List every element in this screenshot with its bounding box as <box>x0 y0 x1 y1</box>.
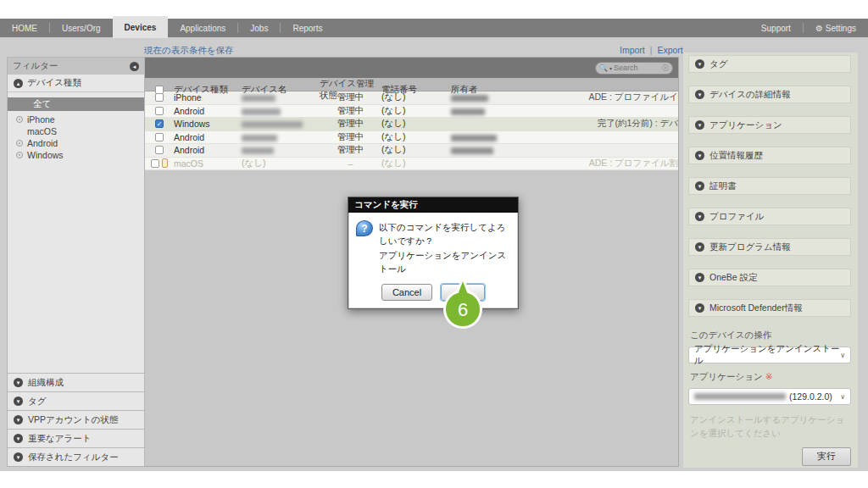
row-checkbox[interactable] <box>151 159 159 168</box>
redacted-device-name <box>242 108 281 115</box>
phone-cell: (なし) <box>381 105 451 117</box>
filter-item-iphone[interactable]: iPhone <box>8 114 144 125</box>
accordion-label: OneBe 設定 <box>709 272 758 284</box>
import-link[interactable]: Import <box>620 45 645 55</box>
confirm-dialog: コマンドを実行 ? 以下のコマンドを実行してよろしいですか？ アプリケーションを… <box>348 197 519 309</box>
settings-label: Settings <box>826 24 856 33</box>
row-checkbox-checked[interactable]: ✓ <box>155 119 164 128</box>
step-annotation: 6 <box>437 276 488 329</box>
device-type-cell: macOS <box>174 158 242 169</box>
support-link[interactable]: Support <box>749 19 803 37</box>
expand-circle-icon <box>16 152 23 158</box>
chevron-down-icon: ▾ <box>695 120 704 130</box>
accordion-tags[interactable]: ▾ タグ <box>688 55 851 73</box>
chevron-down-icon: ∨ <box>840 352 845 359</box>
collapse-sidebar-icon[interactable]: ◂ <box>130 62 139 71</box>
tab-applications[interactable]: Applications <box>168 19 237 37</box>
row-checkbox[interactable] <box>155 146 164 154</box>
accordion-applications[interactable]: ▾ アプリケーション <box>688 116 851 134</box>
cancel-button[interactable]: Cancel <box>381 284 432 301</box>
gear-icon: ⚙ <box>815 24 823 33</box>
chevron-down-icon: ▾ <box>695 212 704 221</box>
filter-section-label: 保存されたフィルター <box>28 452 119 463</box>
phone-cell: (なし) <box>381 131 451 143</box>
search-input[interactable] <box>614 64 660 72</box>
table-row[interactable]: iPhone 管理中 (なし) ADE : プロファイルイ <box>145 92 678 105</box>
row-checkbox[interactable] <box>155 93 164 102</box>
filter-item-windows[interactable]: Windows <box>8 149 144 161</box>
accordion-label: プロファイル <box>709 211 764 223</box>
dialog-message-line2: アプリケーションをアンインストール <box>379 248 510 276</box>
accordion-onebe-settings[interactable]: ▾ OneBe 設定 <box>688 269 851 286</box>
tab-reports[interactable]: Reports <box>281 19 334 37</box>
dialog-message-line1: 以下のコマンドを実行してよろしいですか？ <box>379 220 510 248</box>
tab-users-org[interactable]: Users/Org <box>50 19 113 37</box>
chevron-down-icon: ▾ <box>695 59 704 69</box>
accordion-device-details[interactable]: ▾ デバイスの詳細情報 <box>688 86 851 103</box>
table-row[interactable]: Android 管理中 (なし) <box>145 105 678 119</box>
command-selected-value: アプリケーションをアンインストール <box>694 343 840 367</box>
chevron-up-icon: ▴ <box>14 79 23 88</box>
filter-section-saved[interactable]: ▾ 保存されたフィルター <box>8 447 144 466</box>
device-type-section-header[interactable]: ▴ デバイス種類 <box>8 75 144 92</box>
note-cell: ADE : プロファイル割 <box>527 158 678 169</box>
accordion-label: 更新プログラム情報 <box>709 241 791 253</box>
redacted-device-name <box>242 147 274 154</box>
accordion-update-programs[interactable]: ▾ 更新プログラム情報 <box>688 238 851 256</box>
device-type-cell: Windows <box>174 119 242 129</box>
device-detail-panel: ▾ タグ ▾ デバイスの詳細情報 ▾ アプリケーション ▾ 位置情報履歴 ▾ 証… <box>683 53 858 468</box>
table-row[interactable]: Android 管理中 (なし) <box>145 131 678 145</box>
redacted-device-name <box>242 95 275 102</box>
search-box[interactable]: 🔍 ▾ ⓧ <box>595 62 673 75</box>
row-checkbox[interactable] <box>155 133 164 141</box>
filter-item-label: Android <box>27 138 58 148</box>
table-row[interactable]: Android 管理中 (なし) <box>145 144 678 158</box>
filter-bottom-sections: ▾ 組織構成 ▾ タグ ▾ VPPアカウントの状態 ▾ 重要なアラート ▾ 保存… <box>8 373 144 466</box>
application-label: アプリケーション ※ <box>690 371 851 383</box>
filter-section-tags[interactable]: ▾ タグ <box>8 391 144 410</box>
app-window: HOME Users/Org Devices Applications Jobs… <box>0 0 868 488</box>
filter-item-label: 全て <box>33 98 51 110</box>
accordion-location-history[interactable]: ▾ 位置情報履歴 <box>688 147 851 164</box>
filter-item-android[interactable]: Android <box>8 137 144 149</box>
tab-devices[interactable]: Devices <box>113 16 169 38</box>
settings-link[interactable]: ⚙ Settings <box>804 19 868 37</box>
search-scope-caret-icon[interactable]: ▾ <box>609 65 612 71</box>
accordion-defender-info[interactable]: ▾ Microsoft Defender情報 <box>688 299 851 317</box>
chevron-down-icon: ▾ <box>695 90 704 99</box>
filter-header: フィルター ◂ <box>8 58 144 75</box>
accordion-certificates[interactable]: ▾ 証明書 <box>688 177 851 195</box>
accordion-profiles[interactable]: ▾ プロファイル <box>688 208 851 225</box>
expand-circle-icon <box>16 140 23 147</box>
accordion-label: タグ <box>709 58 728 70</box>
clear-search-icon[interactable]: ⓧ <box>662 64 669 73</box>
filter-item-macos[interactable]: macOS <box>8 125 144 137</box>
filter-section-label: タグ <box>28 396 47 408</box>
filter-section-alerts[interactable]: ▾ 重要なアラート <box>8 429 144 447</box>
application-select[interactable]: (129.0.2.0) ∨ <box>688 388 851 405</box>
filter-item-all[interactable]: 全て <box>8 97 144 111</box>
step-number: 6 <box>458 299 468 320</box>
redacted-device-name <box>242 121 303 128</box>
top-navigation: HOME Users/Org Devices Applications Jobs… <box>0 19 868 37</box>
device-type-cell: iPhone <box>174 92 242 103</box>
device-type-list: 全て iPhone macOS Android Windows <box>8 92 144 161</box>
chevron-down-icon: ▾ <box>14 378 23 387</box>
save-current-view-link[interactable]: 現在の表示条件を保存 <box>144 45 234 57</box>
command-select[interactable]: アプリケーションをアンインストール ∨ <box>688 347 851 363</box>
table-row-selected[interactable]: ✓ Windows 管理中 (なし) 完了(約1分前) : デバ <box>145 118 678 131</box>
expand-circle-icon <box>16 116 23 123</box>
tab-jobs[interactable]: Jobs <box>238 19 280 37</box>
filter-item-label: macOS <box>27 126 57 136</box>
accordion-label: デバイスの詳細情報 <box>709 89 791 101</box>
status-cell: 管理中 <box>320 118 381 130</box>
table-row-disabled[interactable]: macOS (なし) – (なし) ADE : プロファイル割 <box>145 158 678 171</box>
filter-section-org[interactable]: ▾ 組織構成 <box>8 373 144 391</box>
execute-button[interactable]: 実行 <box>802 447 851 466</box>
tab-home[interactable]: HOME <box>0 19 49 37</box>
row-checkbox[interactable] <box>155 107 164 115</box>
chevron-down-icon: ∨ <box>840 393 845 401</box>
filter-section-vpp[interactable]: ▾ VPPアカウントの状態 <box>8 410 144 429</box>
status-cell: 管理中 <box>320 131 381 143</box>
export-link[interactable]: Export <box>657 45 682 55</box>
